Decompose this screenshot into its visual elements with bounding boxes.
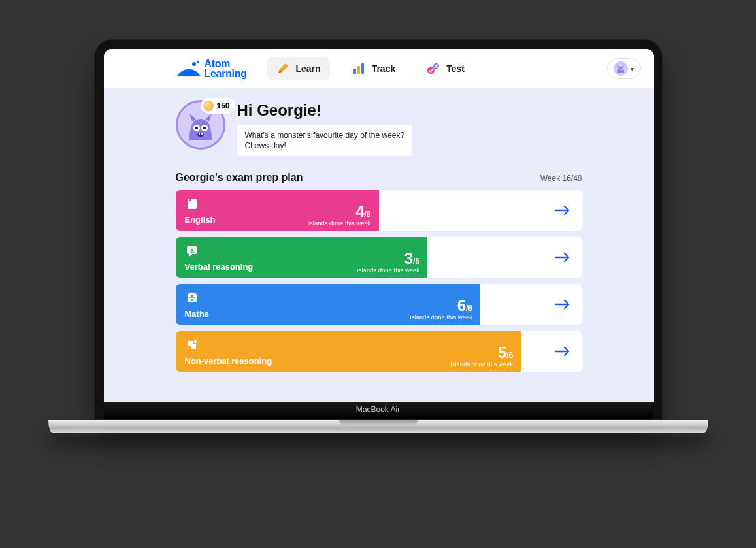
subject-row-verbal[interactable]: aVerbal reasoning3/6islands done this we… — [176, 237, 582, 278]
subject-name: Non-verbal reasoning — [185, 356, 272, 366]
laptop-base — [48, 420, 708, 433]
subject-fill: Maths6/8islands done this week — [176, 284, 481, 325]
progress-total: /6 — [413, 257, 419, 266]
subject-row-english[interactable]: English4/8islands done this week — [176, 190, 582, 231]
progress-label: islands done this week — [308, 219, 371, 227]
progress-total: /8 — [364, 210, 370, 219]
coin-badge: 150 — [201, 98, 235, 114]
joke-answer: Chews-day! — [245, 140, 405, 151]
main-content: 150 Hi Georgie! What's a monster's favou… — [104, 88, 654, 372]
coin-count: 150 — [216, 101, 229, 110]
laptop-bezel: Atom Learning Learn — [94, 39, 663, 420]
progress-total: /8 — [466, 304, 472, 313]
subject-name: Maths — [185, 309, 210, 319]
bar-chart-icon — [352, 62, 365, 75]
svg-rect-16 — [199, 133, 200, 135]
brand-text: Atom Learning — [205, 59, 247, 78]
nav-test-label: Test — [446, 63, 465, 74]
chevron-down-icon: ▾ — [631, 65, 634, 73]
progress-done: 3 — [404, 250, 413, 267]
svg-rect-25 — [189, 297, 195, 298]
svg-point-26 — [191, 299, 193, 301]
subject-name: Verbal reasoning — [185, 262, 254, 272]
greeting: Hi Georgie! What's a monster's favourite… — [237, 100, 413, 156]
subject-row-maths[interactable]: Maths6/8islands done this week — [176, 284, 582, 325]
nav-test[interactable]: Test — [418, 57, 474, 80]
svg-rect-19 — [188, 199, 197, 202]
svg-point-24 — [191, 295, 193, 297]
progress-label: islands done this week — [410, 314, 472, 321]
svg-point-9 — [619, 69, 619, 69]
arrow-right-icon[interactable] — [543, 331, 582, 372]
subject-name: English — [185, 215, 216, 225]
profile-row: 150 Hi Georgie! What's a monster's favou… — [176, 100, 582, 156]
progress-label: islands done this week — [357, 266, 420, 274]
app-screen: Atom Learning Learn — [104, 49, 654, 402]
coin-icon — [203, 101, 214, 111]
svg-point-10 — [621, 69, 622, 69]
arrow-right-icon[interactable] — [543, 190, 582, 231]
laptop-frame: Atom Learning Learn — [94, 39, 663, 433]
nav-learn-label: Learn — [296, 63, 321, 74]
subject-row-nvr[interactable]: Non-verbal reasoning5/6islands done this… — [176, 331, 582, 372]
progress-done: 5 — [498, 344, 506, 361]
pencil-icon — [276, 62, 289, 75]
primary-nav: Learn Track — [267, 57, 474, 80]
plan-title: Georgie's exam prep plan — [176, 172, 303, 184]
brand-logo[interactable]: Atom Learning — [176, 59, 247, 78]
svg-rect-2 — [353, 69, 356, 74]
laptop-notch — [339, 420, 418, 425]
subject-icon — [185, 291, 199, 305]
nav-learn[interactable]: Learn — [267, 57, 330, 80]
svg-point-1 — [197, 61, 199, 63]
svg-point-27 — [193, 340, 196, 343]
greeting-title: Hi Georgie! — [237, 101, 413, 120]
subject-progress: 6/8islands done this week — [410, 298, 472, 321]
plan-header: Georgie's exam prep plan Week 16/48 — [176, 172, 582, 184]
arrow-right-icon[interactable] — [543, 284, 582, 325]
svg-rect-4 — [361, 63, 364, 74]
subject-icon — [185, 197, 199, 211]
app-header: Atom Learning Learn — [104, 49, 654, 88]
avatar-icon — [614, 61, 628, 76]
svg-point-15 — [197, 133, 204, 137]
subject-progress: 3/6islands done this week — [357, 251, 420, 274]
progress-done: 6 — [457, 297, 466, 314]
subject-progress: 4/8islands done this week — [308, 204, 371, 227]
progress-done: 4 — [355, 202, 364, 220]
subject-fill: English4/8islands done this week — [176, 190, 379, 231]
svg-rect-3 — [357, 66, 360, 74]
svg-point-0 — [192, 62, 196, 66]
subject-progress: 5/6islands done this week — [451, 345, 514, 368]
device-model: MacBook Air — [104, 402, 653, 419]
subject-fill: aVerbal reasoning3/6islands done this we… — [176, 237, 428, 278]
test-icon — [427, 62, 440, 75]
user-avatar[interactable]: 150 — [176, 100, 225, 150]
subject-fill: Non-verbal reasoning5/6islands done this… — [176, 331, 521, 372]
subject-icon: a — [185, 244, 199, 258]
arrow-right-icon[interactable] — [543, 237, 582, 278]
svg-rect-17 — [201, 133, 203, 135]
svg-point-5 — [427, 67, 435, 74]
subject-icon — [185, 338, 199, 352]
brand-mark-icon — [176, 61, 202, 76]
plan-week: Week 16/48 — [540, 174, 582, 183]
nav-track[interactable]: Track — [343, 57, 405, 80]
joke-bubble: What's a monster's favourite day of the … — [237, 125, 413, 156]
svg-text:a: a — [190, 246, 194, 253]
subjects-list: English4/8islands done this weekaVerbal … — [176, 190, 582, 372]
progress-label: islands done this week — [451, 361, 514, 368]
svg-rect-20 — [189, 199, 191, 201]
progress-total: /6 — [506, 351, 513, 360]
svg-point-14 — [203, 127, 205, 129]
account-menu[interactable]: ▾ — [607, 58, 641, 79]
svg-point-13 — [195, 127, 197, 129]
nav-track-label: Track — [372, 63, 396, 74]
joke-question: What's a monster's favourite day of the … — [245, 130, 405, 140]
